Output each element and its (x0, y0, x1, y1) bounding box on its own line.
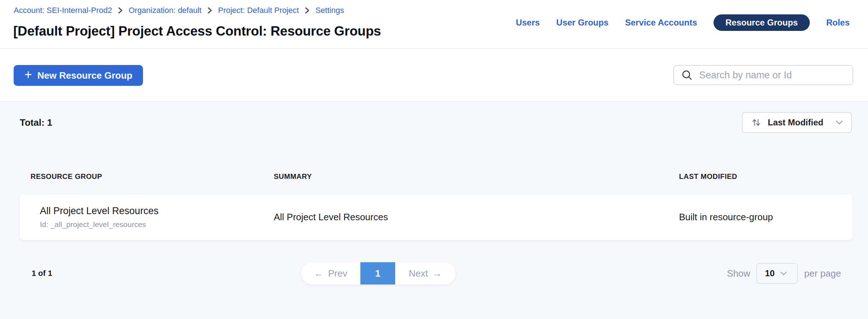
per-page-label: per page (804, 268, 841, 279)
list-controls: Total: 1 Last Modified (20, 112, 852, 133)
list-section: Total: 1 Last Modified RESOURCE GROUP SU… (0, 102, 868, 319)
chevron-right-icon (305, 6, 310, 14)
show-label: Show (727, 268, 750, 279)
tab-user-groups[interactable]: User Groups (556, 18, 608, 28)
breadcrumb: Account: SEI-Internal-Prod2 Organization… (14, 6, 344, 15)
search-input[interactable] (698, 69, 849, 81)
breadcrumb-account-link[interactable]: Account: SEI-Internal-Prod2 (14, 6, 112, 15)
chevron-right-icon (118, 6, 123, 14)
access-control-tabs: Users User Groups Service Accounts Resou… (516, 14, 850, 31)
pagination: ← Prev 1 Next → (301, 262, 456, 285)
sort-arrows-icon (751, 117, 761, 128)
column-header-resource-group: RESOURCE GROUP (20, 172, 274, 181)
tab-roles[interactable]: Roles (826, 18, 850, 28)
table-header-row: RESOURCE GROUP SUMMARY LAST MODIFIED (20, 172, 853, 181)
resource-group-name-cell: All Project Level Resources Id: _all_pro… (20, 205, 274, 229)
tab-service-accounts[interactable]: Service Accounts (625, 18, 697, 28)
next-label: Next (409, 268, 428, 279)
pagination-range: 1 of 1 (32, 269, 52, 278)
prev-page-button[interactable]: ← Prev (301, 262, 360, 285)
chevron-right-icon (207, 6, 212, 14)
next-page-button[interactable]: Next → (395, 262, 456, 285)
resource-group-summary: All Project Level Resources (274, 212, 679, 223)
page-header: Account: SEI-Internal-Prod2 Organization… (0, 0, 868, 49)
current-page-button[interactable]: 1 (360, 262, 395, 285)
arrow-left-icon: ← (314, 268, 323, 279)
resource-group-id: Id: _all_project_level_resources (40, 220, 274, 229)
breadcrumb-project-link[interactable]: Project: Default Project (218, 6, 299, 15)
resource-groups-page: Account: SEI-Internal-Prod2 Organization… (0, 0, 868, 319)
resource-group-name: All Project Level Resources (40, 205, 274, 217)
plus-icon: + (24, 68, 32, 81)
tab-resource-groups[interactable]: Resource Groups (714, 14, 809, 31)
breadcrumb-settings-link[interactable]: Settings (315, 6, 344, 15)
search-box[interactable] (673, 65, 853, 85)
resource-group-last-modified: Built in resource-group (679, 212, 853, 223)
chevron-down-icon (835, 120, 843, 125)
page-title: [Default Project] Project Access Control… (13, 24, 381, 39)
arrow-right-icon: → (433, 268, 442, 279)
table-row[interactable]: All Project Level Resources Id: _all_pro… (20, 194, 853, 240)
column-header-summary: SUMMARY (274, 172, 679, 181)
chevron-down-icon (780, 271, 787, 276)
prev-label: Prev (328, 268, 347, 279)
new-resource-group-button[interactable]: + New Resource Group (14, 65, 143, 86)
sort-label: Last Modified (768, 117, 829, 128)
page-size-control: Show 10 per page (727, 262, 841, 285)
total-count: Total: 1 (20, 117, 52, 128)
pagination-row: 1 of 1 ← Prev 1 Next → Show 10 (0, 262, 868, 285)
toolbar: + New Resource Group (0, 49, 868, 102)
page-size-select[interactable]: 10 (756, 263, 798, 284)
tab-users[interactable]: Users (516, 18, 540, 28)
breadcrumb-organization-link[interactable]: Organization: default (129, 6, 202, 15)
page-size-value: 10 (765, 268, 775, 278)
search-icon (681, 69, 693, 81)
column-header-last-modified: LAST MODIFIED (679, 172, 853, 181)
new-resource-group-label: New Resource Group (37, 70, 132, 81)
sort-dropdown[interactable]: Last Modified (742, 112, 852, 133)
